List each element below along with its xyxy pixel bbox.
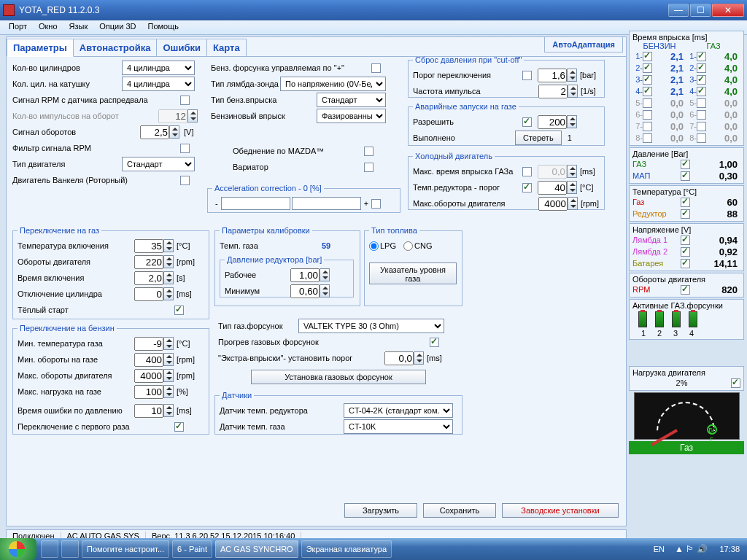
close-button[interactable]: ✕ [712, 4, 744, 17]
accel-check[interactable] [371, 199, 381, 209]
load-button[interactable]: Загрузить [344, 503, 417, 518]
cold-maxinj-label: Макс. время впрыска ГАЗа [413, 167, 522, 176]
accel-slider-high[interactable] [292, 197, 361, 210]
taskbar-lang[interactable]: EN [648, 545, 670, 553]
emerg-legend: Аварийные запуски на газе [413, 102, 519, 111]
task-browser[interactable]: Помогите настроит... [82, 540, 169, 558]
engtype-label: Тип двигателя [12, 160, 122, 168]
togas-time-input[interactable] [134, 271, 163, 285]
petinj-mode-select[interactable]: Фазированный [317, 109, 386, 123]
togas-cyloff-input[interactable] [134, 287, 163, 301]
lambda-select[interactable]: По напряжению (0V-Бедная) [280, 77, 386, 91]
rpm-sig-spin[interactable] [169, 125, 179, 139]
press-min-input[interactable] [290, 284, 320, 298]
autoadapt-button[interactable]: АвтоАдаптация [544, 36, 623, 52]
petinj-pos-check[interactable] [371, 63, 381, 73]
rpm-sig-input[interactable] [140, 125, 169, 139]
cold-maxrpm-input[interactable] [538, 197, 568, 211]
injtype-select[interactable]: VALTEK TYPE 30 (3 Ohm) [298, 319, 444, 333]
rpm-filter-label: Фильтр сигнала RPM [12, 144, 180, 152]
cutoff-thresh-input[interactable] [538, 69, 567, 82]
rpm-src-check[interactable] [180, 96, 190, 105]
calib-group: Параметры калибровки Темп. газа 59 Давле… [214, 226, 360, 306]
rpm-sig-label: Сигнал оборотов [12, 128, 140, 136]
variator-check[interactable] [364, 163, 374, 172]
cold-maxrpm-spin[interactable] [568, 197, 578, 210]
topet-errtime-input[interactable] [134, 404, 163, 418]
topet-mintemp-input[interactable] [134, 337, 163, 351]
topet-maxrpm-input[interactable] [134, 369, 163, 383]
topet-maxload-input[interactable] [134, 385, 163, 399]
menu-window[interactable]: Окно [33, 20, 63, 34]
injector-icon[interactable] [689, 311, 697, 327]
menu-help[interactable]: Помощь [142, 20, 185, 34]
topet-minrpm-input[interactable] [134, 353, 163, 367]
menu-lang[interactable]: Язык [63, 20, 94, 34]
taskbar: Помогите настроит... 6 - Paint AC GAS SY… [0, 538, 747, 560]
engtype-select[interactable]: Стандарт [122, 157, 195, 171]
task-chrome[interactable] [41, 540, 58, 558]
menu-port[interactable]: Порт [3, 20, 33, 34]
injector-icon[interactable] [638, 311, 647, 327]
injheat-check[interactable] [430, 338, 439, 347]
start-button[interactable] [0, 538, 36, 560]
accel-group: Acceleration correction - 0 [%] - + [207, 184, 400, 213]
topet-group: Переключение на бензин Мин. температура … [12, 324, 209, 435]
togas-temp-input[interactable] [134, 239, 163, 253]
petinj-type-select[interactable]: Стандарт [317, 93, 386, 107]
gas-mode-button[interactable]: Газ [629, 441, 744, 454]
task-paint[interactable]: 6 - Paint [172, 540, 212, 558]
cold-red-input[interactable] [538, 181, 567, 195]
cutoff-freq-input[interactable] [538, 85, 568, 98]
togas-temp-label: Температура включения [18, 241, 134, 250]
cutoff-freq-unit: [1/s] [581, 87, 596, 96]
cutoff-thresh-check[interactable] [522, 71, 532, 80]
injector-icon[interactable] [655, 311, 664, 327]
emerg-allow-check[interactable] [522, 117, 532, 127]
minimize-button[interactable]: — [668, 4, 689, 17]
task-opera[interactable] [61, 540, 79, 558]
task-keyboard[interactable]: Экранная клавиатура [301, 540, 392, 558]
side-panel: Время впрыска [ms] БЕНЗИН ГАЗ 1-2,11-4,0… [629, 31, 744, 526]
cutoff-freq-spin[interactable] [568, 85, 578, 98]
togas-rpm-label: Обороты двигателя [18, 257, 134, 266]
fuel-level-button[interactable]: Указатель уровня газа [369, 262, 457, 284]
togas-rpm-input[interactable] [134, 255, 163, 269]
emerg-done-value: 1 [568, 133, 572, 142]
cold-red-unit: [°С] [580, 183, 593, 192]
cold-red-spin[interactable] [567, 181, 577, 194]
fuel-lpg-radio[interactable] [369, 241, 379, 251]
factory-button[interactable]: Заводские установки [502, 503, 619, 518]
app-icon [3, 4, 15, 16]
emerg-allow-spin[interactable] [567, 115, 577, 128]
tab-map[interactable]: Карта [206, 39, 247, 56]
menu-opts3d[interactable]: Опции 3D [93, 20, 142, 34]
wankel-check[interactable] [180, 176, 190, 185]
cold-maxinj-check[interactable] [522, 167, 532, 176]
maximize-button[interactable]: ☐ [690, 4, 711, 17]
tab-auto[interactable]: Автонастройка [73, 39, 158, 56]
install-inj-button[interactable]: Установка газовых форсунок [251, 370, 426, 384]
coil-select[interactable]: 4 цилиндра [122, 77, 195, 91]
tab-errors[interactable]: Ошибки [156, 39, 206, 56]
emerg-erase-button[interactable]: Стереть [515, 131, 562, 145]
tab-params[interactable]: Параметры [7, 39, 74, 57]
press-work-input[interactable] [290, 268, 320, 282]
rpm-filter-check[interactable] [180, 144, 190, 153]
togas-warm-check[interactable] [174, 306, 184, 315]
sensor-red-select[interactable]: CT-04-2K (стандарт ком.) [344, 403, 453, 418]
cutoff-thresh-spin[interactable] [567, 69, 577, 82]
topet-first-check[interactable] [174, 422, 184, 432]
fuel-cng-radio[interactable] [403, 241, 413, 251]
extra-input[interactable] [384, 351, 414, 365]
task-acgas[interactable]: AC GAS SYNCHRO [215, 540, 298, 558]
accel-slider-low[interactable] [221, 197, 290, 210]
mazda-check[interactable] [364, 147, 374, 156]
cold-red-check[interactable] [522, 183, 532, 192]
sensor-gas-select[interactable]: CT-10K [344, 419, 453, 434]
cylinders-select[interactable]: 4 цилиндра [122, 61, 195, 75]
save-button[interactable]: Сохранить [423, 503, 496, 518]
emerg-allow-input[interactable] [538, 115, 567, 129]
injector-icon[interactable] [672, 311, 681, 327]
taskbar-time: 17:38 [712, 545, 747, 553]
